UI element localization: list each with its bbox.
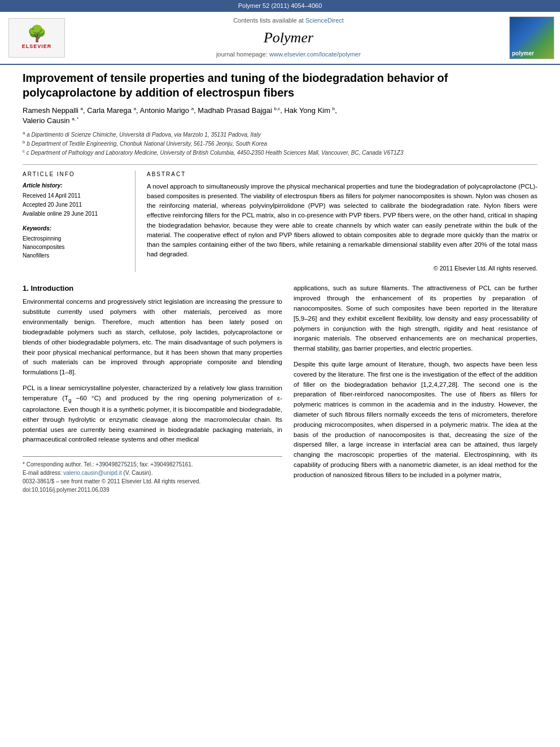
keywords-label: Keywords: <box>23 225 126 233</box>
abstract-text: A novel approach to simultaneously impro… <box>147 182 537 260</box>
article-info-column: ARTICLE INFO Article history: Received 1… <box>23 171 135 273</box>
sciencedirect-link-line: Contents lists available at ScienceDirec… <box>73 16 504 25</box>
article-history-label: Article history: <box>23 182 126 190</box>
keyword-nanofillers: Nanofillers <box>23 252 126 260</box>
affiliation-a: a a Dipartimento di Scienze Chimiche, Un… <box>23 130 537 139</box>
affiliations: a a Dipartimento di Scienze Chimiche, Un… <box>23 130 537 158</box>
sciencedirect-link[interactable]: ScienceDirect <box>305 17 344 24</box>
journal-reference-bar: Polymer 52 (2011) 4054–4060 <box>0 0 560 12</box>
journal-homepage-line: journal homepage: www.elsevier.com/locat… <box>73 50 504 59</box>
keyword-electrospinning: Electrospinning <box>23 235 126 243</box>
authors-line: Ramesh Neppalli a, Carla Marega a, Anton… <box>23 106 537 126</box>
abstract-column: ABSTRACT A novel approach to simultaneou… <box>147 171 537 273</box>
elsevier-brand-text: ELSEVIER <box>22 43 52 50</box>
body-right-column: applications, such as suture filaments. … <box>294 283 537 494</box>
email-link[interactable]: valerio.causin@unipd.it <box>63 470 122 476</box>
available-date: Available online 29 June 2011 <box>23 210 126 218</box>
body-left-column: 1. Introduction Environmental concerns a… <box>23 283 282 494</box>
main-content: Improvement of tensile properties and tu… <box>0 65 560 506</box>
article-info-abstract-section: ARTICLE INFO Article history: Received 1… <box>23 164 537 273</box>
elsevier-tree-icon: 🌳 <box>27 26 47 42</box>
journal-header: 🌳 ELSEVIER Contents lists available at S… <box>0 12 560 64</box>
abstract-header: ABSTRACT <box>147 171 537 178</box>
elsevier-logo-box: 🌳 ELSEVIER <box>8 18 65 58</box>
body-content: 1. Introduction Environmental concerns a… <box>23 283 537 494</box>
received-date: Received 14 April 2011 <box>23 192 126 200</box>
journal-center-info: Contents lists available at ScienceDirec… <box>73 16 504 59</box>
polymer-thumb-label: polymer <box>512 50 534 56</box>
copyright-line: © 2011 Elsevier Ltd. All rights reserved… <box>147 264 537 273</box>
affiliation-b: b b Department of Textile Engineering, C… <box>23 139 537 148</box>
authors-text-2: Valerio Causin a, * <box>23 116 78 125</box>
keyword-nanocomposites: Nanocomposites <box>23 243 126 251</box>
elsevier-logo: 🌳 ELSEVIER <box>6 16 68 59</box>
body-paragraph-1: Environmental concerns and progressively… <box>23 297 282 378</box>
homepage-url[interactable]: www.elsevier.com/locate/polymer <box>269 51 361 58</box>
accepted-date: Accepted 20 June 2011 <box>23 201 126 209</box>
keywords-section: Keywords: Electrospinning Nanocomposites… <box>23 225 126 260</box>
body-paragraph-2: PCL is a linear semicrystalline polyeste… <box>23 383 282 445</box>
corresponding-author-note: * Corresponding author. Tel.: +390498275… <box>23 460 282 469</box>
authors-text: Ramesh Neppalli a, Carla Marega a, Anton… <box>23 106 337 115</box>
footnotes-area: * Corresponding author. Tel.: +390498275… <box>23 456 282 494</box>
section1-title: 1. Introduction <box>23 283 282 294</box>
body-right-paragraph-2: Despite this quite large amount of liter… <box>294 360 537 480</box>
journal-name: Polymer <box>73 28 504 48</box>
issn-line: 0032-3861/$ – see front matter © 2011 El… <box>23 477 282 486</box>
doi-line: doi:10.1016/j.polymer.2011.06.039 <box>23 486 282 494</box>
journal-reference-text: Polymer 52 (2011) 4054–4060 <box>238 2 322 9</box>
email-line: E-mail address: valerio.causin@unipd.it … <box>23 469 282 477</box>
affiliation-c: c c Department of Pathology and Laborato… <box>23 148 537 157</box>
polymer-journal-thumbnail: polymer <box>509 16 554 59</box>
article-info-header: ARTICLE INFO <box>23 171 126 178</box>
article-title: Improvement of tensile properties and tu… <box>23 71 537 100</box>
body-right-paragraph-1: applications, such as suture filaments. … <box>294 283 537 354</box>
